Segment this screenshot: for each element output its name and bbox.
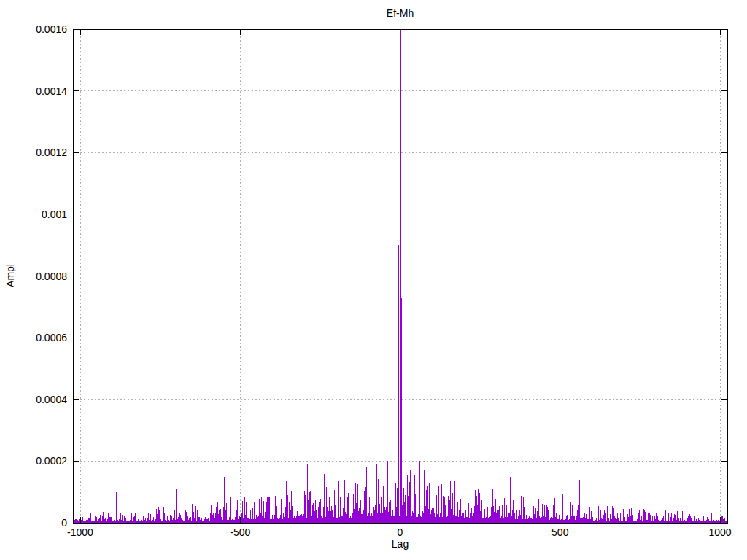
y-tick-label: 0.0008 xyxy=(0,269,67,284)
y-tick-label: 0.0012 xyxy=(0,145,67,160)
chart-figure: Ef-Mh Ampl Lag 00.00020.00040.00060.0008… xyxy=(0,0,747,560)
x-tick-label: 0 xyxy=(371,526,430,538)
y-tick-label: 0.0016 xyxy=(0,22,67,36)
series-impulses xyxy=(74,29,727,523)
x-tick-label: -1000 xyxy=(51,526,109,538)
x-tick-label: 500 xyxy=(531,526,589,538)
y-tick-label: 0.0002 xyxy=(0,454,67,468)
x-tick-label: 1000 xyxy=(691,526,747,538)
chart-title: Ef-Mh xyxy=(73,7,727,19)
y-tick-label: 0.0014 xyxy=(0,84,67,98)
x-axis-label: Lag xyxy=(73,538,727,550)
y-tick-label: 0.0006 xyxy=(0,330,67,345)
y-tick-label: 0.001 xyxy=(0,207,67,222)
plot-canvas xyxy=(0,0,747,560)
x-tick-label: -500 xyxy=(211,526,269,538)
y-tick-label: 0.0004 xyxy=(0,392,67,407)
